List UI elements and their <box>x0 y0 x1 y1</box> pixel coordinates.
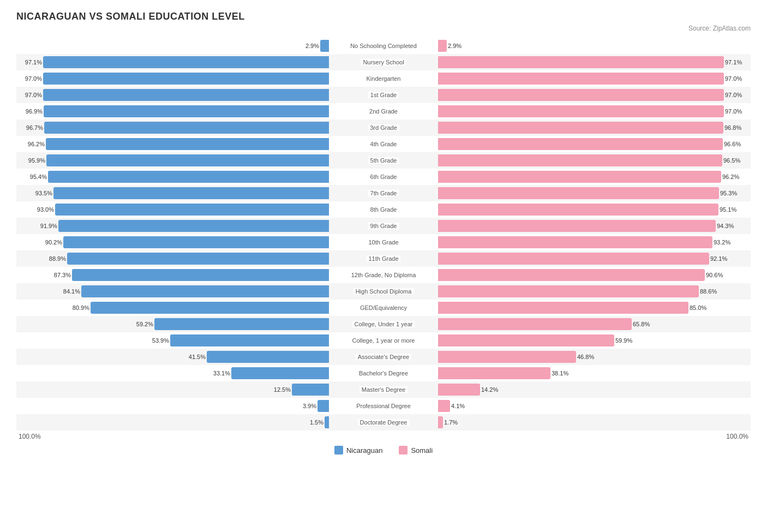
bar-row: 88.9% 11th Grade 92.1% <box>16 250 751 267</box>
val-right: 93.2% <box>714 239 730 246</box>
center-label: High School Diploma <box>353 288 414 295</box>
bar-right <box>438 138 723 150</box>
val-right: 97.0% <box>725 108 742 115</box>
bar-left <box>231 367 329 379</box>
legend-somali: Somali <box>399 446 433 455</box>
bar-row: 12.5% Master's Degree 14.2% <box>16 381 751 398</box>
center-label: Bachelor's Degree <box>357 370 410 376</box>
val-right: 96.5% <box>723 157 740 164</box>
val-left: 95.9% <box>28 157 45 164</box>
bar-right <box>438 187 719 199</box>
bar-left <box>292 384 329 396</box>
bar-row: 97.1% Nursery School 97.1% <box>16 54 751 70</box>
bar-row: 95.4% 6th Grade 96.2% <box>16 169 751 185</box>
val-left: 97.0% <box>25 92 42 98</box>
bar-right <box>438 318 632 330</box>
bar-left <box>170 334 329 346</box>
bar-left <box>44 122 329 134</box>
bar-row: 93.5% 7th Grade 95.3% <box>16 185 751 201</box>
bar-left <box>53 187 329 199</box>
bar-right <box>438 73 724 85</box>
center-label: 3rd Grade <box>368 124 399 131</box>
bar-right <box>438 400 450 412</box>
val-left: 3.9% <box>303 403 316 409</box>
bar-left <box>46 138 329 150</box>
val-right: 94.3% <box>717 223 734 229</box>
bar-left <box>63 236 329 248</box>
val-right: 46.8% <box>577 354 594 360</box>
bar-row: 96.2% 4th Grade 96.6% <box>16 136 751 152</box>
bar-row: 96.9% 2nd Grade 97.0% <box>16 103 751 119</box>
val-left: 80.9% <box>73 304 89 311</box>
val-right: 96.8% <box>724 124 741 131</box>
bar-left <box>81 285 329 297</box>
bar-right <box>438 367 550 379</box>
bar-right <box>438 302 688 314</box>
center-label: GED/Equivalency <box>358 304 409 311</box>
val-right: 97.0% <box>725 92 742 98</box>
bar-right <box>438 416 443 428</box>
bar-left <box>58 220 329 232</box>
val-right: 96.2% <box>722 174 739 180</box>
val-right: 1.7% <box>444 419 458 426</box>
legend-nicaraguan: Nicaraguan <box>334 446 383 455</box>
bar-right <box>438 269 705 281</box>
bar-left <box>320 40 329 52</box>
center-label: College, Under 1 year <box>352 321 415 327</box>
bar-row: 95.9% 5th Grade 96.5% <box>16 152 751 169</box>
val-right: 14.2% <box>481 386 498 393</box>
val-left: 93.5% <box>35 190 52 196</box>
bar-right <box>438 56 724 68</box>
center-label: College, 1 year or more <box>350 337 417 344</box>
center-label: 6th Grade <box>368 174 399 180</box>
bar-row: 41.5% Associate's Degree 46.8% <box>16 349 751 365</box>
bar-left <box>48 171 329 183</box>
val-right: 59.9% <box>615 337 632 344</box>
bar-row: 33.1% Bachelor's Degree 38.1% <box>16 365 751 381</box>
val-left: 90.2% <box>45 239 62 246</box>
footer-values: 100.0% 100.0% <box>16 433 751 440</box>
val-right: 92.1% <box>710 255 727 262</box>
val-right: 97.0% <box>725 75 742 82</box>
center-label: Nursery School <box>361 59 406 65</box>
bar-left <box>43 56 329 68</box>
bar-left <box>325 416 329 428</box>
center-label: 4th Grade <box>368 141 399 147</box>
bar-right <box>438 351 576 363</box>
val-left: 33.1% <box>213 370 230 376</box>
bar-left <box>72 269 329 281</box>
source-label: Source: ZipAtlas.com <box>16 25 751 32</box>
val-left: 1.5% <box>310 419 323 426</box>
val-left: 87.3% <box>54 272 71 278</box>
bar-right <box>438 285 699 297</box>
val-right: 4.1% <box>451 403 465 409</box>
val-left: 96.9% <box>26 108 43 115</box>
bar-left <box>67 253 329 265</box>
bar-left <box>55 204 329 216</box>
val-left: 53.9% <box>152 337 169 344</box>
val-left: 95.4% <box>30 174 47 180</box>
bar-left <box>91 302 329 314</box>
val-right: 90.6% <box>706 272 723 278</box>
bar-left <box>44 105 329 117</box>
bar-right <box>438 122 723 134</box>
bar-left <box>43 73 329 85</box>
bar-row: 97.0% Kindergarten 97.0% <box>16 70 751 87</box>
bar-right <box>438 253 709 265</box>
bar-row: 93.0% 8th Grade 95.1% <box>16 201 751 218</box>
val-left: 91.9% <box>40 223 57 229</box>
bar-row: 1.5% Doctorate Degree 1.7% <box>16 414 751 431</box>
legend-somali-label: Somali <box>411 446 433 455</box>
bar-left <box>317 400 329 412</box>
val-left: 96.2% <box>28 141 45 147</box>
bar-row: 2.9% No Schooling Completed 2.9% <box>16 38 751 54</box>
bar-right <box>438 220 716 232</box>
bar-row: 91.9% 9th Grade 94.3% <box>16 218 751 234</box>
val-left: 12.5% <box>274 386 291 393</box>
center-label: 2nd Grade <box>367 108 400 115</box>
bar-right <box>438 40 447 52</box>
bar-row: 90.2% 10th Grade 93.2% <box>16 234 751 250</box>
center-label: Doctorate Degree <box>358 419 410 426</box>
center-label: 12th Grade, No Diploma <box>349 272 418 278</box>
bar-row: 96.7% 3rd Grade 96.8% <box>16 119 751 136</box>
